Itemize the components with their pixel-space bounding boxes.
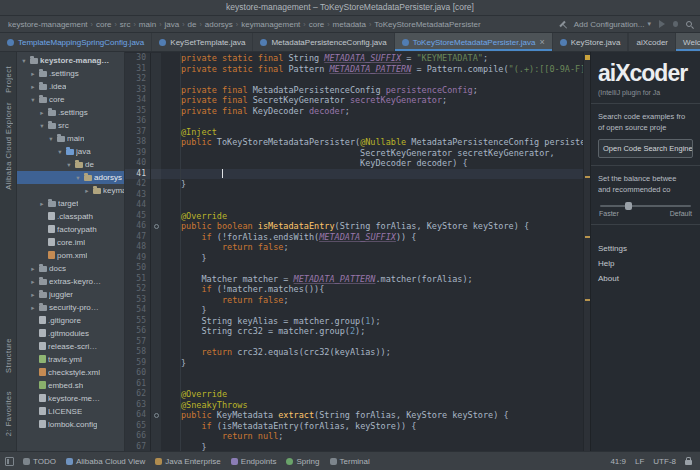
code-line[interactable]: 63@SneakyThrows	[125, 400, 583, 411]
tree-arrow-icon[interactable]: ▾	[74, 174, 82, 182]
code-text[interactable]	[161, 116, 583, 127]
line-number[interactable]: 35	[125, 106, 151, 117]
editor-tab[interactable]: TemplateMappingSpringConfig.java	[0, 33, 152, 51]
code-text[interactable]: private static final Pattern METADATA_PA…	[161, 64, 583, 75]
tree-item[interactable]: ▸juggler	[17, 288, 124, 301]
code-text[interactable]	[161, 263, 583, 274]
code-line[interactable]: 44	[125, 200, 583, 211]
line-number[interactable]: 52	[125, 284, 151, 295]
run-icon[interactable]	[659, 20, 665, 28]
slider-thumb[interactable]	[625, 202, 632, 210]
line-number[interactable]: 33	[125, 85, 151, 96]
code-line[interactable]: 66 return null;	[125, 431, 583, 442]
code-line[interactable]: 35private final KeyDecoder decoder;	[125, 106, 583, 117]
code-text[interactable]: SecretKeyGenerator secretKeyGenerator,	[161, 148, 583, 159]
code-text[interactable]: private static final String METADATA_SUF…	[161, 53, 583, 64]
code-text[interactable]: if (!matcher.matches()){	[161, 284, 583, 295]
line-number[interactable]: 55	[125, 316, 151, 327]
tree-item[interactable]: ▸security-pro…	[17, 301, 124, 314]
panel-link-about[interactable]: About	[598, 271, 693, 286]
line-number[interactable]: 58	[125, 347, 151, 358]
statusbar-item[interactable]: Alibaba Cloud View	[66, 457, 145, 466]
tree-arrow-icon[interactable]: ▸	[38, 109, 46, 117]
tree-item[interactable]: ▸.settings	[17, 106, 124, 119]
tool-window-button[interactable]: Alibaba Cloud Explorer	[4, 102, 13, 190]
tree-item[interactable]: LICENSE	[17, 405, 124, 418]
tree-arrow-icon[interactable]: ▸	[29, 83, 37, 91]
code-line[interactable]: 32	[125, 74, 583, 85]
tree-arrow-icon[interactable]: ▸	[29, 278, 37, 286]
code-line[interactable]: 65 if (isMetadataEntry(forAlias, keyStor…	[125, 421, 583, 432]
add-configuration-button[interactable]: Add Configuration... ▾	[574, 20, 651, 29]
statusbar-item[interactable]: TODO	[23, 457, 56, 466]
statusbar-item[interactable]: Terminal	[330, 457, 370, 466]
code-text[interactable]: if (!forAlias.endsWith(METADATA_SUFFIX))…	[161, 232, 583, 243]
search-icon[interactable]	[686, 21, 692, 27]
code-line[interactable]: 46public boolean isMetadataEntry(String …	[125, 221, 583, 232]
code-line[interactable]: 59}	[125, 358, 583, 369]
editor-tab[interactable]: ToKeyStoreMetadataPersister.java×	[395, 33, 553, 51]
code-line[interactable]: 36	[125, 116, 583, 127]
tree-item[interactable]: .gitmodules	[17, 327, 124, 340]
line-number[interactable]: 56	[125, 326, 151, 337]
code-text[interactable]: private final KeyDecoder decoder;	[161, 106, 583, 117]
line-number[interactable]: 63	[125, 400, 151, 411]
code-text[interactable]: return false;	[161, 242, 583, 253]
lock-icon[interactable]	[685, 460, 692, 465]
tree-item[interactable]: ▸keymanagement	[17, 184, 124, 197]
breadcrumb-item[interactable]: ToKeyStoreMetadataPersister	[374, 20, 480, 29]
tree-item[interactable]: checkstyle.xml	[17, 366, 124, 379]
tool-window-button[interactable]: 2: Favorites	[4, 391, 13, 436]
code-line[interactable]: 57	[125, 337, 583, 348]
code-line[interactable]: 55 String keyAlias = matcher.group(1);	[125, 316, 583, 327]
line-number[interactable]: 54	[125, 305, 151, 316]
statusbar-item[interactable]: Endpoints	[231, 457, 277, 466]
line-number[interactable]: 49	[125, 253, 151, 264]
tree-item[interactable]: core.iml	[17, 236, 124, 249]
tree-arrow-icon[interactable]: ▸	[83, 187, 91, 195]
tool-window-button[interactable]: Project	[4, 66, 13, 93]
code-line[interactable]: 60	[125, 368, 583, 379]
line-number[interactable]: 45	[125, 211, 151, 222]
code-text[interactable]	[161, 74, 583, 85]
code-text[interactable]: @SneakyThrows	[161, 400, 583, 411]
breadcrumb-item[interactable]: keymanagement	[241, 20, 300, 29]
line-number[interactable]: 59	[125, 358, 151, 369]
code-line[interactable]: 58 return crc32.equals(crc32(keyAlias));	[125, 347, 583, 358]
code-text[interactable]: private final SecretKeyGenerator secretK…	[161, 95, 583, 106]
tree-item[interactable]: ▸.idea	[17, 80, 124, 93]
breadcrumb-item[interactable]: main	[139, 20, 156, 29]
statusbar-indicator[interactable]: UTF-8	[653, 457, 676, 466]
breadcrumb-item[interactable]: metadata	[333, 20, 366, 29]
tree-item[interactable]: ▸docs	[17, 262, 124, 275]
code-text[interactable]: }	[161, 358, 583, 369]
tree-item[interactable]: release-scri…	[17, 340, 124, 353]
tree-item[interactable]: lombok.config	[17, 418, 124, 431]
breadcrumb-item[interactable]: core	[309, 20, 325, 29]
debug-icon[interactable]	[673, 21, 678, 27]
tool-window-button[interactable]: Structure	[4, 338, 13, 373]
tree-item[interactable]: ▸.settings	[17, 67, 124, 80]
tool-window-tab[interactable]: Welcome	[675, 33, 700, 51]
line-number[interactable]: 67	[125, 442, 151, 452]
code-line[interactable]: 67 }	[125, 442, 583, 452]
line-number[interactable]: 39	[125, 148, 151, 159]
line-number[interactable]: 66	[125, 431, 151, 442]
code-text[interactable]: private final MetadataPersistenceConfig …	[161, 85, 583, 96]
statusbar-item[interactable]: Spring	[286, 457, 319, 466]
tree-arrow-icon[interactable]: ▸	[29, 70, 37, 78]
code-line[interactable]: 52 if (!matcher.matches()){	[125, 284, 583, 295]
tree-item[interactable]: ▾keystore-manag…	[17, 54, 124, 67]
code-line[interactable]: 37@Inject	[125, 127, 583, 138]
line-number[interactable]: 44	[125, 200, 151, 211]
line-number[interactable]: 50	[125, 263, 151, 274]
tree-item[interactable]: embed.sh	[17, 379, 124, 392]
tree-item[interactable]: ▸target	[17, 197, 124, 210]
statusbar-indicator[interactable]: 41:9	[610, 457, 626, 466]
code-text[interactable]	[161, 379, 583, 390]
balance-slider[interactable]	[600, 205, 691, 207]
tree-arrow-icon[interactable]: ▸	[29, 291, 37, 299]
tool-window-tab[interactable]: aiXcoder	[628, 33, 675, 51]
editor-scrollbar[interactable]	[583, 52, 590, 451]
toolwindow-toggle-icon[interactable]	[5, 457, 14, 466]
